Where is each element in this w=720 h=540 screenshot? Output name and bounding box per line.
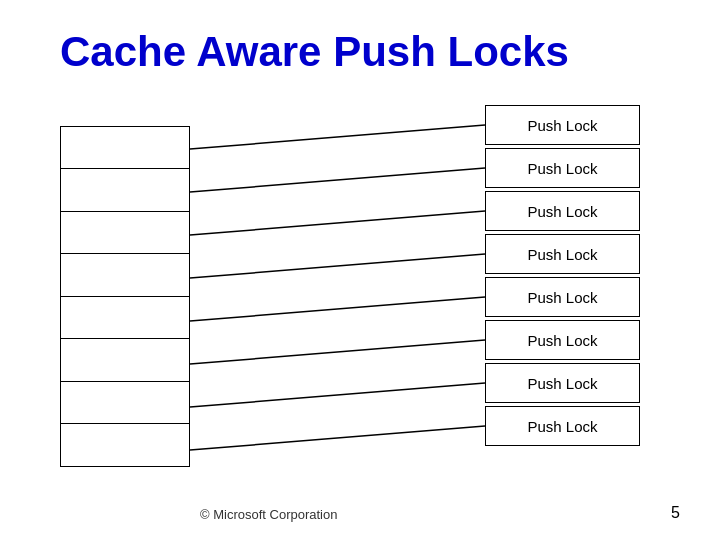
- svg-line-6: [190, 383, 485, 407]
- stack-cell: [60, 168, 190, 212]
- push-lock-boxes: Push Lock Push Lock Push Lock Push Lock …: [485, 105, 640, 446]
- stack-cell: [60, 381, 190, 425]
- svg-line-4: [190, 297, 485, 321]
- svg-line-5: [190, 340, 485, 364]
- svg-line-7: [190, 426, 485, 450]
- stack-container: [60, 127, 190, 467]
- stack-cell: [60, 296, 190, 340]
- stack-cell: [60, 126, 190, 170]
- svg-line-3: [190, 254, 485, 278]
- push-lock-box-2: Push Lock: [485, 148, 640, 188]
- push-lock-box-6: Push Lock: [485, 320, 640, 360]
- push-lock-box-3: Push Lock: [485, 191, 640, 231]
- slide-title: Cache Aware Push Locks: [60, 28, 569, 76]
- stack-cell: [60, 338, 190, 382]
- push-lock-box-4: Push Lock: [485, 234, 640, 274]
- diagram: Push Lock Push Lock Push Lock Push Lock …: [60, 105, 640, 505]
- push-lock-box-8: Push Lock: [485, 406, 640, 446]
- push-lock-box-1: Push Lock: [485, 105, 640, 145]
- slide: Cache Aware Push Locks: [0, 0, 720, 540]
- stack-cell: [60, 253, 190, 297]
- svg-line-2: [190, 211, 485, 235]
- svg-line-0: [190, 125, 485, 149]
- svg-line-1: [190, 168, 485, 192]
- push-lock-box-5: Push Lock: [485, 277, 640, 317]
- stack-cell: [60, 211, 190, 255]
- footer-copyright: © Microsoft Corporation: [200, 507, 337, 522]
- stack-cell: [60, 423, 190, 467]
- footer-page: 5: [671, 504, 680, 522]
- push-lock-box-7: Push Lock: [485, 363, 640, 403]
